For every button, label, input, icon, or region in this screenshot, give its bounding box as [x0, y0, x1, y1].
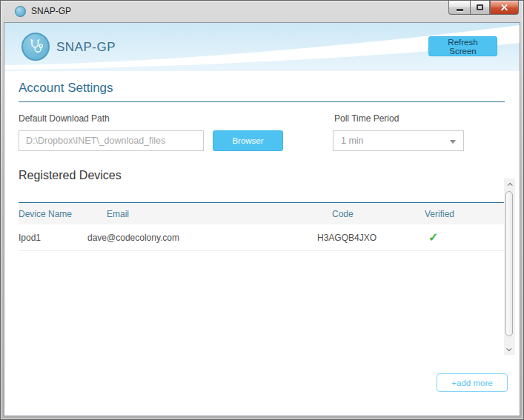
device-table-header: Device Name Email Code Verified	[19, 204, 505, 224]
title-bar: SNAP-GP	[1, 1, 523, 22]
account-settings-divider	[19, 101, 505, 102]
cell-code: H3AGQB4JXO	[317, 233, 428, 243]
registered-devices-title: Registered Devices	[19, 169, 122, 182]
minimize-button[interactable]	[448, 1, 470, 15]
app-titlebar-icon	[15, 6, 26, 17]
close-button[interactable]	[490, 1, 519, 15]
column-device-name: Device Name	[19, 209, 107, 219]
column-code: Code	[332, 209, 425, 219]
registered-devices-divider	[19, 202, 505, 203]
app-window: SNAP-GP	[0, 0, 524, 420]
close-icon	[500, 3, 509, 13]
app-logo	[21, 33, 50, 61]
refresh-screen-button[interactable]: Refresh Screen	[428, 36, 497, 56]
cell-email: dave@codecolony.com	[87, 233, 317, 243]
column-email: Email	[107, 209, 332, 219]
window-content: SNAP-GP Refresh Screen Account Settings …	[4, 22, 520, 416]
cell-device-name: Ipod1	[19, 233, 87, 243]
maximize-button[interactable]	[470, 1, 490, 15]
stethoscope-icon	[27, 38, 44, 56]
window-controls	[448, 1, 519, 15]
scrollbar-thumb[interactable]	[505, 191, 513, 336]
app-name: SNAP-GP	[56, 40, 116, 55]
poll-time-dropdown[interactable]: 1 min	[333, 130, 464, 151]
maximize-icon	[477, 4, 483, 10]
download-path-input[interactable]	[19, 130, 204, 151]
vertical-scrollbar[interactable]	[504, 179, 515, 355]
chevron-down-icon	[450, 140, 456, 144]
scroll-up-button[interactable]	[504, 179, 515, 190]
table-row: Ipod1 dave@codecolony.com H3AGQB4JXO ✓	[19, 224, 505, 251]
column-verified: Verified	[425, 209, 505, 219]
app-header: SNAP-GP Refresh Screen	[4, 23, 520, 71]
download-path-label: Default Download Path	[19, 113, 110, 124]
window-title: SNAP-GP	[31, 1, 71, 22]
poll-time-value: 1 min	[341, 136, 364, 146]
account-settings-title: Account Settings	[19, 81, 113, 96]
chevron-up-icon	[508, 182, 513, 187]
browser-button[interactable]: Browser	[213, 130, 283, 151]
minimize-icon	[457, 9, 463, 11]
verified-check-icon: ✓	[428, 230, 505, 244]
chevron-down-icon	[506, 346, 511, 351]
poll-time-label: Poll Time Period	[334, 113, 399, 124]
scroll-down-button[interactable]	[504, 343, 515, 355]
add-more-button[interactable]: +add more	[437, 373, 508, 392]
